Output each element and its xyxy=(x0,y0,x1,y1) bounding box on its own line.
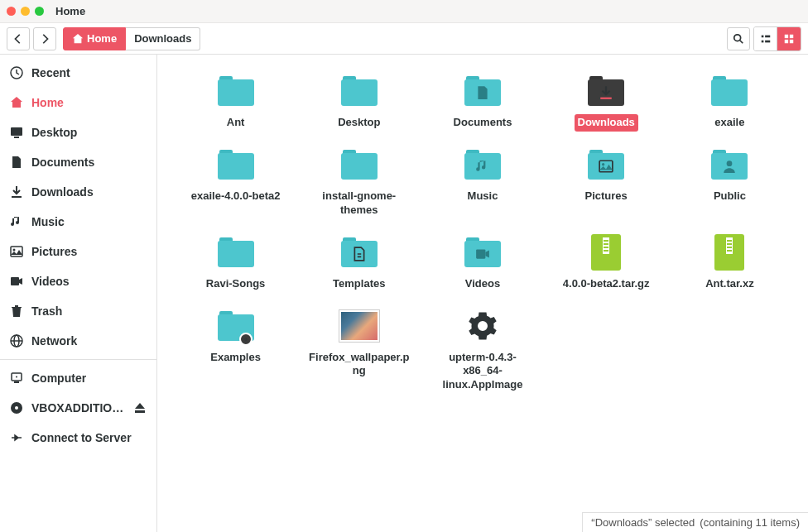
file-label: Firefox_wallpaper.png xyxy=(305,349,413,381)
breadcrumb-downloads[interactable]: Downloads xyxy=(126,27,200,50)
file-label: Examples xyxy=(207,349,264,367)
download-icon xyxy=(10,185,23,199)
file-label: exaile xyxy=(711,114,748,132)
folder-icon xyxy=(588,150,624,180)
grid-view-button[interactable] xyxy=(777,27,801,50)
folder-icon xyxy=(464,150,501,180)
view-toggle xyxy=(753,26,801,51)
breadcrumb-home[interactable]: Home xyxy=(63,27,126,50)
archive-icon xyxy=(714,234,744,271)
file-label: exaile-4.0.0-beta2 xyxy=(188,188,284,205)
sidebar-item-vboxadditio[interactable]: VBOXADDITIO… xyxy=(0,393,156,423)
file-item[interactable]: Videos xyxy=(424,232,541,293)
folder-icon xyxy=(711,76,748,106)
file-label: install-gnome-themes xyxy=(305,188,413,219)
home-icon xyxy=(10,96,23,109)
clock-icon xyxy=(10,66,23,79)
file-item[interactable]: Documents xyxy=(424,71,541,132)
image-thumbnail xyxy=(339,310,379,342)
computer-icon xyxy=(10,371,23,385)
disc-icon xyxy=(10,401,23,415)
document-icon xyxy=(10,156,23,169)
statusbar: “Downloads” selected (containing 11 item… xyxy=(582,512,808,532)
video-icon xyxy=(10,275,23,288)
file-item[interactable]: Downloads xyxy=(548,71,665,132)
sidebar-item-recent[interactable]: Recent xyxy=(0,58,156,88)
symlink-badge xyxy=(239,333,252,346)
file-label: Documents xyxy=(450,114,516,132)
sidebar-item-desktop[interactable]: Desktop xyxy=(0,117,156,147)
forward-button[interactable] xyxy=(33,27,56,50)
file-label: Music xyxy=(464,188,502,205)
window-title: Home xyxy=(55,5,85,17)
file-item[interactable]: Ant.tar.xz xyxy=(671,232,788,293)
file-label: Ant.tar.xz xyxy=(702,276,758,293)
folder-icon xyxy=(711,150,748,180)
minimize-dot[interactable] xyxy=(21,7,30,16)
sidebar-item-videos[interactable]: Videos xyxy=(0,266,156,296)
sidebar-item-pictures[interactable]: Pictures xyxy=(0,237,156,266)
file-label: Pictures xyxy=(582,188,631,205)
sidebar-item-home[interactable]: Home xyxy=(0,88,156,117)
breadcrumbs: HomeDownloads xyxy=(63,27,200,50)
sidebar-item-documents[interactable]: Documents xyxy=(0,147,156,177)
file-item[interactable]: exaile-4.0.0-beta2 xyxy=(177,145,294,219)
file-item[interactable]: 4.0.0-beta2.tar.gz xyxy=(548,232,665,293)
folder-icon xyxy=(341,76,378,106)
folder-icon xyxy=(341,150,378,180)
connect-icon xyxy=(10,431,23,444)
sidebar-item-music[interactable]: Music xyxy=(0,207,156,237)
file-item[interactable]: upterm-0.4.3-x86_64-linux.AppImage xyxy=(424,306,541,395)
folder-icon xyxy=(218,76,254,106)
file-label: Downloads xyxy=(575,114,638,132)
file-item[interactable]: Public xyxy=(671,145,788,219)
list-view-button[interactable] xyxy=(754,27,777,50)
file-label: Desktop xyxy=(334,114,383,132)
toolbar: HomeDownloads xyxy=(0,23,808,55)
sidebar-item-computer[interactable]: Computer xyxy=(0,363,156,393)
file-label: Public xyxy=(710,188,749,205)
back-button[interactable] xyxy=(7,27,30,50)
sidebar-item-network[interactable]: Network xyxy=(0,326,156,356)
sidebar-item-downloads[interactable]: Downloads xyxy=(0,177,156,207)
appimage-icon xyxy=(468,311,498,341)
folder-icon xyxy=(341,237,378,267)
content-area[interactable]: AntDesktopDocumentsDownloadsexaileexaile… xyxy=(157,55,808,532)
close-dot[interactable] xyxy=(7,7,16,16)
file-label: upterm-0.4.3-x86_64-linux.AppImage xyxy=(429,349,536,395)
file-item[interactable]: Ant xyxy=(177,71,294,132)
status-selected: “Downloads” selected xyxy=(591,516,695,529)
file-label: Templates xyxy=(329,276,388,293)
file-item[interactable]: Music xyxy=(424,145,541,219)
file-item[interactable]: Examples xyxy=(177,306,294,395)
file-item[interactable]: install-gnome-themes xyxy=(301,145,417,219)
sidebar-item-trash[interactable]: Trash xyxy=(0,296,156,326)
folder-icon xyxy=(218,150,254,180)
file-label: Videos xyxy=(462,276,503,293)
sidebar: RecentHomeDesktopDocumentsDownloadsMusic… xyxy=(0,55,157,532)
file-item[interactable]: Pictures xyxy=(548,145,665,219)
file-item[interactable]: exaile xyxy=(671,71,788,132)
file-item[interactable]: Templates xyxy=(301,232,417,293)
maximize-dot[interactable] xyxy=(35,7,44,16)
file-label: Ravi-Songs xyxy=(203,276,269,293)
file-label: 4.0.0-beta2.tar.gz xyxy=(560,276,653,293)
picture-icon xyxy=(10,245,23,258)
desktop-icon xyxy=(10,126,23,139)
folder-icon xyxy=(464,76,501,106)
file-item[interactable]: Firefox_wallpaper.png xyxy=(301,306,417,395)
eject-icon[interactable] xyxy=(133,401,147,415)
status-info: (containing 11 items) xyxy=(700,516,800,529)
sidebar-item-connecttoserver[interactable]: Connect to Server xyxy=(0,423,156,453)
folder-icon xyxy=(464,237,501,267)
file-label: Ant xyxy=(224,114,248,132)
network-icon xyxy=(10,334,23,347)
titlebar: Home xyxy=(0,0,808,23)
file-item[interactable]: Desktop xyxy=(301,71,417,132)
search-button[interactable] xyxy=(727,27,750,50)
archive-icon xyxy=(591,234,621,271)
folder-icon xyxy=(218,237,254,267)
music-icon xyxy=(10,215,23,228)
file-item[interactable]: Ravi-Songs xyxy=(177,232,294,293)
trash-icon xyxy=(10,304,23,318)
